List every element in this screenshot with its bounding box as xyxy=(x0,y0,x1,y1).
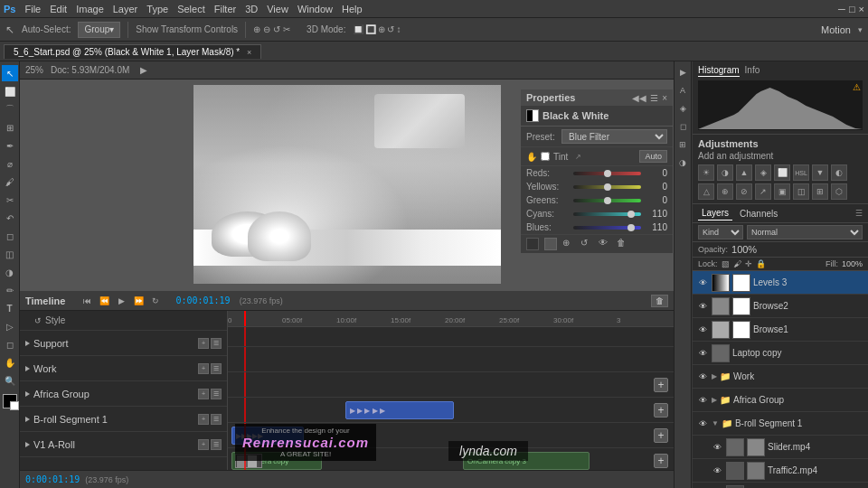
menu-file[interactable]: File xyxy=(24,4,41,14)
tl-step-forward[interactable]: ⏩ xyxy=(131,294,146,308)
crop-tool[interactable]: ⊞ xyxy=(2,119,18,136)
adj-icon-vibrance[interactable]: ⬜ xyxy=(774,164,790,181)
menu-edit[interactable]: Edit xyxy=(50,4,67,14)
blues-slider[interactable] xyxy=(573,224,641,231)
layer-eye-browse1[interactable]: 👁 xyxy=(696,324,709,336)
brush-tool[interactable]: 🖌 xyxy=(2,174,18,190)
footer-icon1[interactable] xyxy=(526,238,539,250)
layer-eye-traffic2[interactable]: 👁 xyxy=(711,465,723,477)
layer-eye-browse2[interactable]: 👁 xyxy=(696,300,709,313)
cyans-slider[interactable] xyxy=(573,211,641,218)
layer-item-traffic2[interactable]: 👁 Traffic2.mp4 xyxy=(693,459,868,483)
eyedropper-tool[interactable]: ✒ xyxy=(2,137,18,154)
tl-ruler[interactable]: 0 05:00f 10:00f 15:00f 20:00f 25:00f 30:… xyxy=(228,311,674,327)
tl-africa-menu[interactable]: ☰ xyxy=(211,389,222,399)
greens-slider[interactable] xyxy=(573,197,641,204)
adj-icon-channel-mixer[interactable]: △ xyxy=(698,183,714,200)
adj-icon-hsl[interactable]: HSL xyxy=(793,164,809,181)
tl-work-menu[interactable]: ☰ xyxy=(211,363,222,374)
fg-bg-colors[interactable] xyxy=(3,394,17,408)
tl-africa-add[interactable]: + xyxy=(198,389,209,399)
vert-btn-1[interactable]: ▶ xyxy=(675,65,690,80)
adj-icon-photo-filter[interactable]: ◐ xyxy=(831,164,847,181)
broll-clip[interactable]: ▶▶▶▶▶ xyxy=(231,427,304,445)
adj-icon-threshold[interactable]: ▣ xyxy=(774,183,790,200)
broll-group-expand[interactable]: ▼ xyxy=(712,419,719,427)
footer-icon2[interactable] xyxy=(544,238,557,250)
menu-image[interactable]: Image xyxy=(76,4,104,14)
tl-track-work[interactable]: Work + ☰ xyxy=(20,356,227,381)
adj-icon-color-lookup[interactable]: ⊕ xyxy=(717,183,733,200)
props-icon1[interactable]: ◀◀ xyxy=(632,93,646,103)
vert-btn-4[interactable]: ◻ xyxy=(675,119,690,134)
tint-checkbox[interactable] xyxy=(541,152,550,161)
tl-track-africa[interactable]: Africa Group + ☰ xyxy=(20,381,227,407)
menu-window[interactable]: Window xyxy=(297,4,333,14)
footer-icon3[interactable]: ⊕ xyxy=(562,238,575,250)
adj-icon-exposure[interactable]: ◈ xyxy=(755,164,771,181)
tl-track-support[interactable]: Support + ☰ xyxy=(20,331,227,356)
footer-icon5[interactable]: 👁 xyxy=(599,238,611,250)
adj-icon-posterize[interactable]: ↗ xyxy=(755,183,771,200)
lasso-tool[interactable]: ⌒ xyxy=(2,101,18,117)
adj-icon-extra[interactable]: ⬡ xyxy=(831,183,847,200)
africa-group-expand[interactable]: ▶ xyxy=(712,396,717,404)
tl-add-work[interactable]: + xyxy=(654,378,668,392)
tl-broll-menu[interactable]: ☰ xyxy=(211,414,222,425)
layer-item-browse1[interactable]: 👁 Browse1 xyxy=(693,318,868,342)
tl-add-broll[interactable]: + xyxy=(654,428,668,443)
layer-item-slider[interactable]: 👁 Slider.mp4 xyxy=(693,436,868,459)
preset-select[interactable]: Blue Filter xyxy=(561,129,667,144)
layer-item-browse2[interactable]: 👁 Browse2 xyxy=(693,295,868,318)
africa-clip[interactable]: ▶ ▶ ▶ ▶ ▶ xyxy=(345,401,454,419)
opacity-value[interactable]: 100% xyxy=(731,244,757,255)
channels-tab[interactable]: Channels xyxy=(736,207,781,221)
work-group-expand[interactable]: ▶ xyxy=(712,372,717,380)
path-tool[interactable]: ▷ xyxy=(2,318,18,334)
tl-v1-menu[interactable]: ☰ xyxy=(211,439,222,450)
eraser-tool[interactable]: ◻ xyxy=(2,228,18,244)
menu-help[interactable]: Help xyxy=(342,4,363,14)
yellows-slider[interactable] xyxy=(573,183,641,191)
adj-icon-bw[interactable]: ▼ xyxy=(812,164,828,181)
history-tool[interactable]: ↶ xyxy=(2,210,18,226)
vert-btn-3[interactable]: ◈ xyxy=(675,101,690,116)
tl-broll-add[interactable]: + xyxy=(198,414,209,425)
layer-item-africa[interactable]: 👁 ▶ 📁 Africa Group xyxy=(693,389,868,412)
tl-loop[interactable]: ↻ xyxy=(148,294,163,308)
layers-tab[interactable]: Layers xyxy=(698,206,732,221)
info-tab[interactable]: Info xyxy=(745,65,760,77)
lock-pixels-icon[interactable]: 🖌 xyxy=(733,259,741,268)
menu-type[interactable]: Type xyxy=(146,4,168,14)
marquee-tool[interactable]: ⬜ xyxy=(2,83,18,99)
layer-eye-broll[interactable]: 👁 xyxy=(696,418,709,430)
tl-support-add[interactable]: + xyxy=(198,338,209,349)
props-menu-icon[interactable]: ☰ xyxy=(650,93,658,103)
zoom-tool[interactable]: 🔍 xyxy=(2,372,18,389)
hand-tool[interactable]: ✋ xyxy=(2,354,18,371)
layer-eye-africa[interactable]: 👁 xyxy=(696,394,709,407)
vert-btn-5[interactable]: ⊞ xyxy=(675,137,690,152)
window-minimize[interactable]: ─ xyxy=(838,4,845,14)
tl-step-back[interactable]: ⏪ xyxy=(97,294,111,308)
auto-button[interactable]: Auto xyxy=(639,150,667,163)
tl-play[interactable]: ▶ xyxy=(114,294,128,308)
layer-item-broll[interactable]: 👁 ▼ 📁 B-roll Segment 1 xyxy=(693,412,868,436)
tl-track-broll[interactable]: B-roll Segment 1 + ☰ xyxy=(20,407,227,432)
menu-filter[interactable]: Filter xyxy=(214,4,236,14)
pen-tool[interactable]: ✏ xyxy=(2,282,18,298)
vert-btn-2[interactable]: A xyxy=(675,83,690,98)
props-close-icon[interactable]: × xyxy=(662,93,667,103)
reds-slider[interactable] xyxy=(573,170,641,177)
tl-add-africa[interactable]: + xyxy=(654,403,668,418)
tl-add-v1[interactable]: + xyxy=(654,454,668,468)
v1-oncam3-clip[interactable]: OnCamera copy 3 xyxy=(463,452,590,470)
tl-support-menu[interactable]: ☰ xyxy=(211,338,222,349)
layer-eye-work[interactable]: 👁 xyxy=(696,371,709,383)
healing-tool[interactable]: ⌀ xyxy=(2,155,18,172)
adj-icon-selective-color[interactable]: ⊞ xyxy=(812,183,828,200)
tl-v1-add[interactable]: + xyxy=(198,439,209,450)
footer-icon4[interactable]: ↺ xyxy=(580,238,593,250)
adj-icon-curves[interactable]: ▲ xyxy=(736,164,752,181)
tl-delete-btn[interactable]: 🗑 xyxy=(651,295,668,307)
